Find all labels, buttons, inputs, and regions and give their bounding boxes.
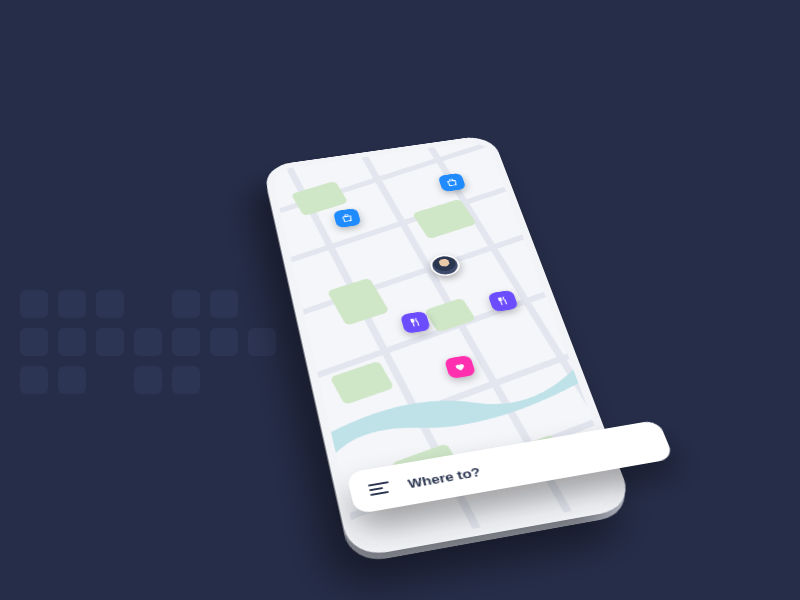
- shopping-bag-icon: [445, 177, 460, 187]
- scene-3d: Where to? Nearby Foods, drinks, places 1…: [263, 134, 635, 558]
- stage: Where to? Nearby Foods, drinks, places 1…: [0, 0, 800, 600]
- shopping-bag-icon: [340, 212, 355, 223]
- search-placeholder: Where to?: [406, 464, 482, 490]
- utensils-icon: [495, 295, 512, 307]
- background-grid: [20, 290, 276, 394]
- menu-icon[interactable]: [368, 481, 391, 496]
